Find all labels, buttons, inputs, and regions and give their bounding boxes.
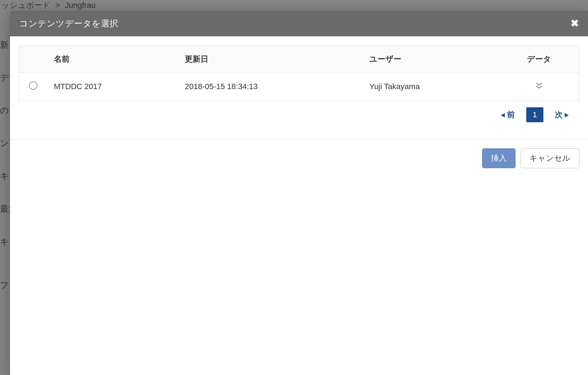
close-icon[interactable]: ✖ [571, 19, 579, 29]
modal-header: コンテンツデータを選択 ✖ [10, 11, 588, 36]
row-radio[interactable] [29, 81, 37, 90]
row-updated: 2018-05-15 18:34:13 [178, 73, 363, 101]
modal-body: 名前 更新日 ユーザー データ MTDDC 2017 2018-05-15 18… [10, 36, 588, 129]
prev-page-button[interactable]: ◀ 前 [501, 109, 515, 120]
row-user: Yuji Takayama [363, 73, 499, 101]
insert-button[interactable]: 挿入 [482, 148, 516, 168]
content-data-table: 名前 更新日 ユーザー データ MTDDC 2017 2018-05-15 18… [19, 46, 579, 101]
chevron-down-icon[interactable] [536, 82, 543, 89]
col-name: 名前 [47, 46, 178, 73]
next-label: 次 [555, 109, 563, 120]
modal-footer: 挿入 キャンセル [10, 140, 588, 177]
row-radio-cell [19, 73, 47, 101]
triangle-left-icon: ◀ [501, 112, 505, 118]
pagination: ◀ 前 1 次 ▶ [19, 101, 579, 125]
triangle-right-icon: ▶ [565, 112, 569, 118]
cancel-button[interactable]: キャンセル [521, 148, 579, 168]
select-content-data-modal: コンテンツデータを選択 ✖ 名前 更新日 ユーザー データ [10, 11, 588, 375]
row-name: MTDDC 2017 [47, 73, 178, 101]
prev-label: 前 [507, 109, 515, 120]
col-data: データ [499, 46, 579, 73]
col-updated: 更新日 [178, 46, 363, 73]
col-select [19, 46, 47, 73]
table-header-row: 名前 更新日 ユーザー データ [19, 46, 579, 73]
page-number-current[interactable]: 1 [526, 107, 543, 122]
modal-title: コンテンツデータを選択 [19, 18, 118, 29]
row-data-cell [499, 73, 579, 101]
col-user: ユーザー [363, 46, 499, 73]
table-row[interactable]: MTDDC 2017 2018-05-15 18:34:13 Yuji Taka… [19, 73, 579, 101]
modal-fill [10, 177, 588, 375]
next-page-button[interactable]: 次 ▶ [555, 109, 569, 120]
